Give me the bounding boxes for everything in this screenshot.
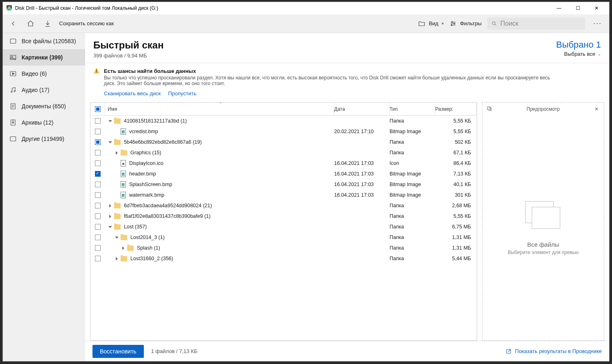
row-checkbox[interactable] bbox=[95, 235, 101, 240]
column-date[interactable]: Дата bbox=[334, 103, 390, 115]
row-checkbox[interactable] bbox=[95, 160, 101, 166]
table-row[interactable]: Lost (357)Папка6,75 МБ bbox=[90, 221, 477, 232]
table-row[interactable]: f6af1f02e8a83031437c8b390bafe9 (1)Папка5… bbox=[90, 211, 477, 221]
chevron-right-icon[interactable] bbox=[108, 203, 112, 208]
back-button[interactable] bbox=[8, 18, 19, 29]
file-type: Папка bbox=[390, 245, 435, 251]
chevron-right-icon[interactable] bbox=[108, 214, 112, 219]
file-type: Папка bbox=[390, 150, 435, 156]
sidebar-item[interactable]: Все файлы (120583) bbox=[3, 33, 85, 49]
row-checkbox[interactable] bbox=[95, 256, 101, 261]
chevron-right-icon[interactable] bbox=[114, 150, 119, 155]
row-checkbox[interactable] bbox=[95, 213, 101, 219]
table-row[interactable]: SplashScreen.bmp16.04.2021 17:03Bitmap I… bbox=[90, 179, 477, 190]
toolbar: Сохранить сессию как Вид ▾ Фильтры Поиск… bbox=[3, 14, 609, 33]
file-type: Bitmap Image bbox=[390, 182, 435, 187]
file-type: Папка bbox=[390, 139, 435, 145]
window-title: Disk Drill - Быстрый скан - Логический т… bbox=[15, 5, 550, 11]
chevron-right-icon[interactable] bbox=[121, 246, 125, 250]
table-row[interactable]: Splash (1)Папка1,31 МБ bbox=[90, 243, 477, 253]
sidebar-item[interactable]: Другие (119499) bbox=[3, 131, 85, 147]
row-checkbox[interactable] bbox=[95, 203, 101, 208]
table-row[interactable]: 6d7fbeb3acdaea4a9524dd908024 (21)Папка2,… bbox=[90, 200, 477, 211]
file-name: Splash (1) bbox=[137, 245, 160, 251]
filters-button[interactable]: Фильтры bbox=[449, 20, 482, 27]
minimize-button[interactable]: — bbox=[550, 2, 568, 14]
file-size: 40,1 КБ bbox=[435, 182, 477, 187]
search-input[interactable]: Поиск bbox=[487, 18, 585, 30]
chevron-right-icon[interactable] bbox=[114, 256, 119, 261]
table-row[interactable]: 5b46e6bc892ebd82e8c867a6 (19)Папка502 КБ bbox=[90, 137, 477, 147]
sidebar-item-label: Архивы (12) bbox=[22, 119, 53, 126]
main-header: Быстрый скан 399 файлов / 9,94 МБ Выбран… bbox=[85, 33, 609, 63]
svg-rect-13 bbox=[10, 137, 16, 141]
table-row[interactable]: Graphics (15)Папка67,1 КБ bbox=[90, 147, 477, 158]
table-row[interactable]: watermark.bmp16.04.2021 17:03Bitmap Imag… bbox=[90, 190, 477, 200]
file-size: 5,55 КБ bbox=[435, 213, 477, 219]
maximize-button[interactable]: ☐ bbox=[568, 2, 587, 14]
chevron-down-icon[interactable] bbox=[108, 224, 112, 229]
category-icon bbox=[9, 135, 17, 143]
row-checkbox[interactable] bbox=[95, 150, 101, 156]
titlebar: 🧑‍💻 Disk Drill - Быстрый скан - Логическ… bbox=[3, 2, 609, 14]
sidebar-item[interactable]: Аудио (17) bbox=[3, 82, 85, 98]
row-checkbox[interactable] bbox=[95, 118, 101, 124]
recover-button[interactable]: Восстановить bbox=[92, 345, 144, 358]
home-button[interactable] bbox=[25, 18, 36, 29]
folder-icon bbox=[114, 224, 121, 230]
footer-info: 1 файлов / 7,13 КБ bbox=[151, 348, 198, 354]
skip-link[interactable]: Пропустить bbox=[168, 90, 196, 96]
close-preview-button[interactable]: ✕ bbox=[593, 106, 600, 112]
row-checkbox[interactable] bbox=[95, 182, 101, 187]
select-all-checkbox[interactable] bbox=[95, 106, 101, 112]
table-row[interactable]: Lost31660_2 (356)Папка5,44 МБ bbox=[90, 253, 477, 264]
file-type: Папка bbox=[390, 213, 435, 219]
sidebar-item[interactable]: Видео (6) bbox=[3, 66, 85, 82]
scan-disk-link[interactable]: Сканировать весь диск bbox=[104, 90, 161, 96]
chevron-down-icon[interactable] bbox=[114, 235, 119, 240]
row-checkbox[interactable] bbox=[95, 192, 101, 198]
table-row[interactable]: header.bmp16.04.2021 17:03Bitmap Image7,… bbox=[90, 169, 477, 179]
table-row[interactable]: DisplayIcon.ico16.04.2021 17:03Icon86,4 … bbox=[90, 158, 477, 169]
row-checkbox[interactable] bbox=[95, 129, 101, 134]
sidebar-item[interactable]: Документы (650) bbox=[3, 98, 85, 114]
info-banner: ⚠️ Есть шансы найти больше данных Вы тол… bbox=[85, 63, 609, 102]
sidebar: Все файлы (120583)Картинки (399)Видео (6… bbox=[3, 33, 85, 361]
popout-icon[interactable] bbox=[487, 106, 493, 113]
column-type[interactable]: Тип bbox=[390, 103, 435, 115]
file-date: 16.04.2021 17:03 bbox=[334, 192, 390, 198]
row-checkbox[interactable] bbox=[95, 245, 101, 251]
column-name[interactable]: Имя˄ bbox=[105, 103, 334, 115]
sidebar-item[interactable]: Картинки (399) bbox=[3, 49, 85, 66]
file-name: header.bmp bbox=[129, 171, 156, 177]
chevron-down-icon[interactable] bbox=[108, 140, 112, 145]
file-name: Graphics (15) bbox=[130, 150, 161, 156]
category-icon bbox=[9, 119, 17, 126]
file-type: Bitmap Image bbox=[390, 192, 435, 198]
chevron-down-icon[interactable] bbox=[108, 118, 112, 123]
save-session-button[interactable]: Сохранить сессию как bbox=[59, 20, 114, 26]
row-checkbox[interactable] bbox=[95, 139, 101, 145]
row-checkbox[interactable] bbox=[95, 224, 101, 230]
show-in-explorer-link[interactable]: Показать результаты в Проводнике bbox=[505, 348, 602, 355]
file-name: DisplayIcon.ico bbox=[129, 160, 163, 166]
file-type: Папка bbox=[390, 118, 435, 124]
sidebar-item[interactable]: Архивы (12) bbox=[3, 114, 85, 131]
close-button[interactable]: ✕ bbox=[587, 2, 606, 14]
sidebar-item-label: Картинки (399) bbox=[22, 54, 63, 61]
select-all-button[interactable]: Выбрать все ⌄ bbox=[556, 51, 601, 57]
view-button[interactable]: Вид ▾ bbox=[418, 20, 444, 27]
chevron-down-icon: ⌄ bbox=[598, 52, 601, 56]
row-checkbox[interactable] bbox=[95, 171, 101, 177]
more-button[interactable]: ··· bbox=[591, 19, 604, 28]
column-size[interactable]: Размер: bbox=[435, 103, 477, 115]
table-row[interactable]: vcredist.bmp20.02.2021 17:10Bitmap Image… bbox=[90, 126, 477, 137]
download-icon[interactable] bbox=[42, 18, 53, 29]
table-row[interactable]: 4100815f18132117a3bd (1)Папка5,55 КБ bbox=[90, 116, 477, 126]
category-icon bbox=[9, 54, 17, 61]
table-row[interactable]: Lost2014_3 (1)Папка1,31 МБ bbox=[90, 232, 477, 243]
file-name: SplashScreen.bmp bbox=[129, 182, 172, 187]
svg-point-6 bbox=[11, 56, 13, 57]
sliders-icon bbox=[449, 20, 457, 27]
file-type: Bitmap Image bbox=[390, 129, 435, 134]
